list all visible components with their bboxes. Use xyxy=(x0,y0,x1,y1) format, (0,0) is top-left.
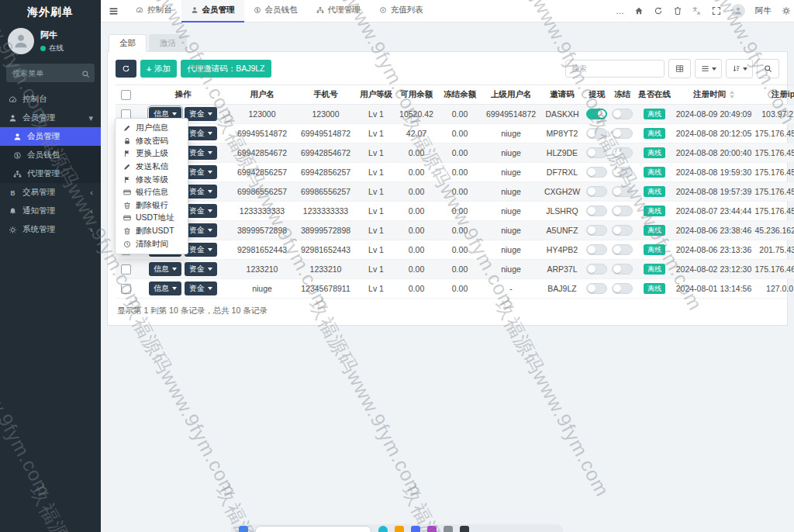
translate-icon[interactable]: 文A xyxy=(692,6,702,16)
freeze-toggle[interactable] xyxy=(612,283,633,294)
withdraw-toggle[interactable] xyxy=(586,109,607,119)
gear-icon[interactable] xyxy=(782,6,791,16)
freeze-toggle[interactable] xyxy=(612,206,633,216)
taskbar-app-icon[interactable] xyxy=(378,526,388,532)
avatar[interactable] xyxy=(731,4,745,18)
home-icon[interactable] xyxy=(634,6,644,16)
withdraw-toggle[interactable] xyxy=(586,264,607,275)
dropdown-item-修改等级[interactable]: 修改等级 xyxy=(116,173,188,186)
withdraw-toggle[interactable] xyxy=(586,128,607,139)
sidebar-item-系统管理[interactable]: 系统管理‹ xyxy=(0,220,101,239)
columns-button[interactable] xyxy=(668,59,691,78)
sidebar-item-代理管理[interactable]: 代理管理 xyxy=(0,164,101,183)
dropdown-item-更换上级[interactable]: 更换上级 xyxy=(116,147,188,161)
dropdown-item-USDT地址[interactable]: USDT地址 xyxy=(116,212,188,225)
freeze-toggle[interactable] xyxy=(612,109,633,119)
agent-invite-button[interactable]: 代理邀请码：BAJ9LZ xyxy=(181,60,271,78)
list-view-button[interactable] xyxy=(695,59,722,78)
dropdown-item-银行信息[interactable]: 银行信息 xyxy=(116,186,188,199)
dropdown-item-清除时间[interactable]: 清除时间 xyxy=(116,237,188,250)
trash-icon[interactable] xyxy=(673,6,682,16)
withdraw-toggle[interactable] xyxy=(586,147,607,158)
column-header[interactable]: 提现 xyxy=(584,85,609,105)
sidebar-item-会员钱包[interactable]: 会员钱包 xyxy=(0,146,101,164)
fund-dropdown-button[interactable]: 资金 xyxy=(185,165,217,179)
sort-icon[interactable] xyxy=(730,91,734,98)
taskbar-app-icon[interactable] xyxy=(239,526,248,532)
taskbar-app-icon[interactable] xyxy=(460,526,469,532)
fund-dropdown-button[interactable]: 资金 xyxy=(185,204,217,218)
sidebar-item-交易管理[interactable]: B交易管理‹ xyxy=(0,183,101,202)
taskbar-app-icon[interactable] xyxy=(411,526,420,532)
fund-dropdown-button[interactable]: 资金 xyxy=(185,146,217,160)
fund-dropdown-button[interactable]: 资金 xyxy=(185,262,217,276)
freeze-toggle[interactable] xyxy=(612,186,633,197)
dropdown-item-删除银行[interactable]: 删除银行 xyxy=(116,199,188,212)
column-header[interactable]: 操作 xyxy=(136,85,230,105)
ellipsis-icon[interactable]: … xyxy=(616,6,624,16)
freeze-toggle[interactable] xyxy=(612,264,633,275)
info-dropdown-button[interactable]: 信息 xyxy=(149,282,181,295)
column-header[interactable]: 上级用户名 xyxy=(482,85,540,105)
taskbar-search[interactable] xyxy=(255,526,371,532)
freeze-toggle[interactable] xyxy=(612,225,633,236)
dropdown-item-修改密码[interactable]: 修改密码 xyxy=(116,135,188,148)
topbar-tab-会员钱包[interactable]: 会员钱包 xyxy=(244,0,307,21)
fund-dropdown-button[interactable]: 资金 xyxy=(185,126,217,140)
taskbar-app-icon[interactable] xyxy=(444,526,453,532)
search-button[interactable] xyxy=(757,59,779,78)
column-header[interactable]: 注册时间 xyxy=(674,85,754,105)
row-checkbox[interactable] xyxy=(121,284,131,294)
info-dropdown-button[interactable]: 信息 xyxy=(149,262,181,276)
fund-dropdown-button[interactable]: 资金 xyxy=(185,107,217,121)
sidebar-item-通知管理[interactable]: 通知管理‹ xyxy=(0,202,101,220)
column-header[interactable]: 冻结余额 xyxy=(438,85,482,105)
fullscreen-icon[interactable] xyxy=(712,6,721,16)
fund-dropdown-button[interactable]: 资金 xyxy=(185,282,217,295)
export-button[interactable] xyxy=(726,59,753,78)
freeze-toggle[interactable] xyxy=(612,244,633,255)
topbar-user-name[interactable]: 阿牛 xyxy=(755,5,772,16)
taskbar[interactable] xyxy=(231,524,563,532)
freeze-toggle[interactable] xyxy=(612,128,633,139)
fund-dropdown-button[interactable]: 资金 xyxy=(185,243,217,257)
table-search-input[interactable] xyxy=(565,60,665,78)
topbar-tab-充值列表[interactable]: ¥充值列表 xyxy=(370,0,433,21)
tab-全部[interactable]: 全部 xyxy=(109,34,147,52)
column-header[interactable]: 是否在线 xyxy=(635,85,674,105)
taskbar-app-icon[interactable] xyxy=(427,526,437,532)
add-button[interactable]: +添加 xyxy=(140,60,177,78)
sidebar-item-会员管理[interactable]: 会员管理▾ xyxy=(0,109,101,127)
menu-toggle-icon[interactable] xyxy=(101,6,126,16)
fund-dropdown-button[interactable]: 资金 xyxy=(185,185,217,199)
column-header[interactable]: 用户等级 xyxy=(357,85,395,105)
fund-dropdown-button[interactable]: 资金 xyxy=(185,223,217,237)
topbar-tab-会员管理[interactable]: 会员管理 xyxy=(181,0,244,22)
freeze-toggle[interactable] xyxy=(612,147,633,158)
withdraw-toggle[interactable] xyxy=(586,225,607,236)
select-all-checkbox[interactable] xyxy=(121,90,131,100)
dropdown-item-删除USDT[interactable]: 删除USDT xyxy=(116,225,188,238)
column-header[interactable]: 手机号 xyxy=(294,85,357,105)
sidebar-item-会员管理[interactable]: 会员管理 xyxy=(0,127,101,146)
dropdown-item-用户信息[interactable]: 用户信息 xyxy=(116,122,188,135)
refresh-icon[interactable] xyxy=(654,6,663,16)
withdraw-toggle[interactable] xyxy=(586,244,607,255)
withdraw-toggle[interactable] xyxy=(586,283,607,294)
sidebar-item-控制台[interactable]: 控制台 xyxy=(0,90,101,109)
freeze-toggle[interactable] xyxy=(612,167,633,178)
withdraw-toggle[interactable] xyxy=(586,186,607,197)
dropdown-item-发送私信[interactable]: 发送私信 xyxy=(116,161,188,174)
withdraw-toggle[interactable] xyxy=(586,167,607,178)
column-header[interactable]: 邀请码 xyxy=(540,85,584,105)
taskbar-app-icon[interactable] xyxy=(395,526,404,532)
column-header[interactable]: 可用余额 xyxy=(395,85,438,105)
withdraw-toggle[interactable] xyxy=(586,206,607,216)
column-header[interactable]: 冻结 xyxy=(609,85,635,105)
tab-激活[interactable]: 激活 xyxy=(149,34,187,52)
topbar-tab-代理管理[interactable]: 代理管理 xyxy=(307,0,370,21)
row-checkbox[interactable] xyxy=(121,264,131,275)
topbar-tab-控制台[interactable]: 控制台 xyxy=(126,0,181,21)
column-header[interactable]: 用户名 xyxy=(230,85,294,105)
refresh-button[interactable] xyxy=(116,60,136,78)
